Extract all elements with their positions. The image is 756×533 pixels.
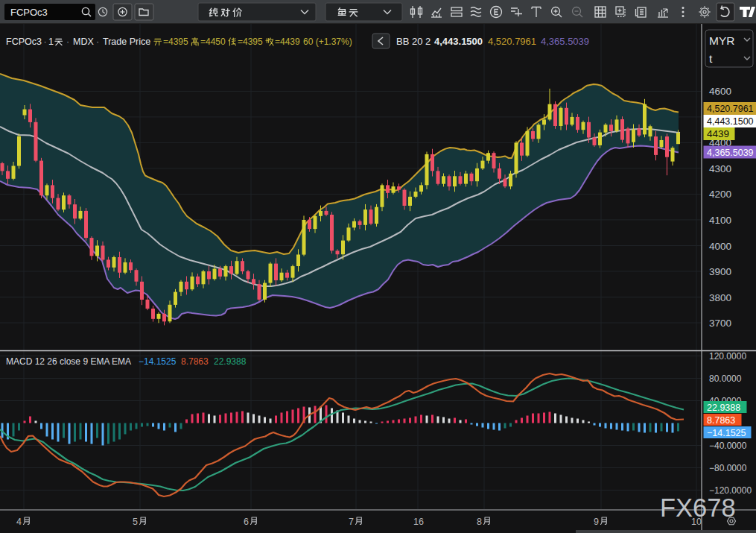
svg-text:−14.1525: −14.1525 <box>139 356 177 367</box>
svg-text:6: 6 <box>244 517 249 527</box>
svg-text:MYR: MYR <box>709 34 734 47</box>
svg-text:8.7863: 8.7863 <box>707 415 735 426</box>
svg-text:4439: 4439 <box>707 128 729 139</box>
svg-text:4000: 4000 <box>709 241 731 252</box>
svg-text:−14.1525: −14.1525 <box>707 428 746 438</box>
svg-text:3900: 3900 <box>709 266 731 277</box>
svg-text:4,365.5039: 4,365.5039 <box>541 36 589 47</box>
svg-text:1: 1 <box>48 37 54 47</box>
svg-text:=4395: =4395 <box>238 37 263 47</box>
svg-text:=4439: =4439 <box>275 37 300 47</box>
svg-text:−40.0000: −40.0000 <box>709 441 747 451</box>
svg-text:22.9388: 22.9388 <box>707 403 740 413</box>
svg-text:4,520.7961: 4,520.7961 <box>707 104 754 114</box>
svg-text:MACD 12 26 close 9 EMA EMA: MACD 12 26 close 9 EMA EMA <box>6 356 131 367</box>
svg-text:8.7863: 8.7863 <box>181 356 209 367</box>
svg-text:·: · <box>44 37 47 47</box>
svg-text:=4395: =4395 <box>163 37 188 47</box>
svg-text:3700: 3700 <box>709 318 731 329</box>
svg-text:4100: 4100 <box>709 215 731 226</box>
svg-text:4,520.7961: 4,520.7961 <box>488 36 536 47</box>
svg-text:4: 4 <box>16 517 22 527</box>
svg-text:−80.0000: −80.0000 <box>709 463 747 473</box>
svg-text:4300: 4300 <box>709 163 731 174</box>
svg-text:FCPOc3: FCPOc3 <box>10 7 48 18</box>
svg-text:t: t <box>709 52 713 65</box>
svg-text:80.0000: 80.0000 <box>709 373 742 384</box>
svg-text:4600: 4600 <box>709 86 731 97</box>
svg-text:7: 7 <box>349 517 354 527</box>
svg-text:4,443.1500: 4,443.1500 <box>707 116 754 127</box>
svg-text:BB 20 2: BB 20 2 <box>396 36 431 47</box>
svg-text:FCPOc3: FCPOc3 <box>6 37 42 47</box>
svg-text:4200: 4200 <box>709 189 731 200</box>
svg-text:5: 5 <box>133 517 138 527</box>
svg-text:·: · <box>66 37 69 47</box>
svg-text:=4450: =4450 <box>200 37 226 47</box>
svg-text:120.0000: 120.0000 <box>709 351 746 362</box>
svg-text:16: 16 <box>413 517 424 527</box>
svg-text:MDX: MDX <box>73 37 94 47</box>
svg-text:Trade Price: Trade Price <box>103 37 150 47</box>
svg-text:60 (+1.37%): 60 (+1.37%) <box>303 37 352 47</box>
svg-text:−120.0000: −120.0000 <box>709 485 752 496</box>
svg-text:·: · <box>96 37 99 47</box>
svg-text:10: 10 <box>691 517 702 527</box>
svg-text:4,365.5039: 4,365.5039 <box>707 148 754 158</box>
svg-text:9: 9 <box>594 517 599 527</box>
svg-text:8: 8 <box>477 517 482 527</box>
svg-text:22.9388: 22.9388 <box>214 356 247 367</box>
svg-text:4,443.1500: 4,443.1500 <box>434 36 483 47</box>
svg-text:3800: 3800 <box>709 292 731 303</box>
